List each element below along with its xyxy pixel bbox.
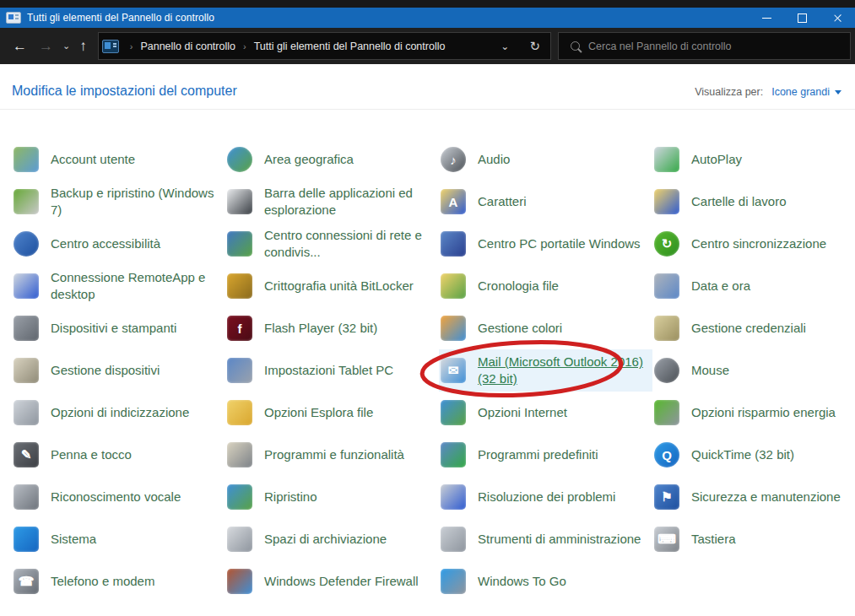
item-label: QuickTime (32 bit)	[691, 446, 794, 463]
item-label: Caratteri	[478, 193, 527, 210]
background-strip	[0, 0, 855, 8]
control-panel-item[interactable]: Strumenti di amministrazione	[439, 518, 652, 560]
item-label: Mail (Microsoft Outlook 2016) (32 bit)	[478, 354, 645, 387]
control-panel-item[interactable]: ↻Centro sincronizzazione	[652, 223, 855, 265]
control-panel-item[interactable]: Backup e ripristino (Windows 7)	[12, 181, 225, 223]
item-label: AutoPlay	[691, 151, 742, 168]
control-panel-item[interactable]: Opzioni di indicizzazione	[12, 392, 225, 434]
close-icon	[833, 14, 842, 23]
region-icon	[227, 147, 252, 172]
control-panel-item[interactable]: Opzioni risparmio energia	[652, 392, 855, 434]
fonts-icon: A	[441, 189, 466, 214]
admin-tools-icon	[441, 527, 466, 552]
control-panel-item[interactable]: Gestione dispositivi	[12, 349, 225, 392]
item-label: Centro sincronizzazione	[691, 235, 826, 252]
storage-spaces-icon	[227, 527, 252, 552]
control-panel-item[interactable]: Area geografica	[225, 138, 439, 181]
forward-button[interactable]: →	[33, 39, 59, 53]
grid-column-1: Account utenteBackup e ripristino (Windo…	[12, 138, 225, 602]
breadcrumb-all-items[interactable]: Tutti gli elementi del Pannello di contr…	[252, 41, 447, 52]
item-label: Spazi di archiviazione	[264, 531, 387, 548]
control-panel-item[interactable]: Cronologia file	[439, 265, 652, 307]
address-dropdown-button[interactable]: ⌄	[490, 41, 519, 52]
control-panel-item[interactable]: Cartelle di lavoro	[652, 181, 855, 223]
up-button[interactable]: ↑	[73, 39, 93, 53]
recent-pages-dropdown[interactable]: ⌄	[59, 41, 73, 51]
control-panel-item[interactable]: Gestione colori	[439, 307, 652, 349]
control-panel-item[interactable]: Barra delle applicazioni ed esplorazione	[225, 181, 439, 223]
item-label: Risoluzione dei problemi	[478, 489, 615, 505]
control-panel-item[interactable]: ☎Telefono e modem	[12, 560, 225, 602]
close-button[interactable]	[820, 8, 855, 28]
control-panel-item[interactable]: AutoPlay	[652, 138, 855, 181]
control-panel-item[interactable]: Gestione credenziali	[652, 307, 855, 349]
minimize-button[interactable]	[749, 8, 784, 28]
item-label: Sistema	[51, 531, 96, 548]
control-panel-item[interactable]: Sistema	[12, 518, 225, 560]
control-panel-item[interactable]: Programmi e funzionalità	[225, 434, 439, 476]
devices-printers-icon	[14, 316, 39, 341]
control-panel-item[interactable]: Centro PC portatile Windows	[439, 223, 652, 265]
maximize-icon	[798, 14, 807, 23]
control-panel-item[interactable]: Crittografia unità BitLocker	[225, 265, 439, 307]
control-panel-app-icon	[6, 12, 21, 24]
backup-restore-icon	[14, 189, 39, 214]
control-panel-item[interactable]: Centro connessioni di rete e condivis...	[225, 223, 439, 265]
control-panel-item[interactable]: QQuickTime (32 bit)	[652, 434, 855, 476]
control-panel-item[interactable]: ✉Mail (Microsoft Outlook 2016) (32 bit)	[439, 349, 652, 392]
search-input[interactable]	[587, 40, 826, 53]
control-panel-item[interactable]: Connessione RemoteApp e desktop	[12, 265, 225, 307]
item-label: Account utente	[51, 151, 135, 168]
control-panel-item[interactable]: Impostazioni Tablet PC	[225, 349, 439, 392]
item-label: Programmi predefiniti	[478, 446, 598, 463]
control-panel-item[interactable]: fFlash Player (32 bit)	[225, 307, 439, 349]
item-label: Centro accessibilità	[51, 235, 160, 252]
control-panel-item[interactable]: ✎Penna e tocco	[12, 434, 225, 476]
mobility-center-icon	[441, 231, 466, 257]
control-panel-item[interactable]: ⚑Sicurezza e manutenzione	[652, 476, 855, 518]
control-panel-item[interactable]: Spazi di archiviazione	[225, 518, 439, 560]
indexing-options-icon	[14, 400, 39, 425]
control-panel-item[interactable]: Windows Defender Firewall	[225, 560, 439, 602]
view-by-dropdown[interactable]: Icone grandi	[771, 86, 841, 98]
credential-manager-icon	[654, 316, 679, 341]
back-button[interactable]: ←	[7, 39, 33, 53]
address-bar[interactable]: › Pannello di controllo › Tutti gli elem…	[98, 32, 551, 60]
breadcrumb-control-panel[interactable]: Pannello di controllo	[138, 41, 237, 52]
windows-to-go-icon	[441, 569, 466, 594]
defender-firewall-icon	[227, 569, 252, 594]
item-label: Cartelle di lavoro	[691, 193, 787, 210]
item-label: Gestione dispositivi	[51, 362, 160, 379]
navigation-bar: ← → ⌄ ↑ › Pannello di controllo › Tutti …	[0, 28, 855, 64]
control-panel-item[interactable]: Centro accessibilità	[12, 223, 225, 265]
control-panel-item[interactable]: Data e ora	[652, 265, 855, 307]
maximize-button[interactable]	[784, 8, 820, 28]
control-panel-item[interactable]: ACaratteri	[439, 181, 652, 223]
item-label: Opzioni di indicizzazione	[51, 404, 189, 421]
grid-column-2: Area geograficaBarra delle applicazioni …	[225, 138, 439, 602]
control-panel-item[interactable]: Opzioni Internet	[439, 392, 652, 434]
item-label: Mouse	[691, 362, 729, 379]
phone-modem-icon: ☎	[14, 569, 39, 594]
control-panel-item[interactable]: Opzioni Esplora file	[225, 392, 439, 434]
sync-center-icon: ↻	[654, 231, 679, 257]
control-panel-item[interactable]: Programmi predefiniti	[439, 434, 652, 476]
control-panel-item[interactable]: Windows To Go	[439, 560, 652, 602]
control-panel-item[interactable]: Mouse	[652, 349, 855, 392]
refresh-icon[interactable]: ↻	[519, 39, 550, 54]
control-panel-item[interactable]: ⌨Tastiera	[652, 518, 855, 560]
item-label: Backup e ripristino (Windows 7)	[51, 185, 218, 219]
item-label: Telefono e modem	[51, 573, 154, 590]
item-label: Gestione credenziali	[691, 320, 806, 337]
control-panel-item[interactable]: Riconoscimento vocale	[12, 476, 225, 518]
control-panel-item[interactable]: Risoluzione dei problemi	[439, 476, 652, 518]
chevron-down-icon	[835, 90, 841, 95]
control-panel-item[interactable]: Ripristino	[225, 476, 439, 518]
control-panel-item[interactable]: Account utente	[12, 138, 225, 181]
system-icon	[14, 527, 39, 552]
breadcrumb-separator: ›	[124, 41, 139, 51]
bitlocker-icon	[227, 273, 252, 299]
control-panel-item[interactable]: Dispositivi e stampanti	[12, 307, 225, 349]
search-box[interactable]	[558, 32, 851, 60]
control-panel-item[interactable]: ♪Audio	[439, 138, 652, 181]
